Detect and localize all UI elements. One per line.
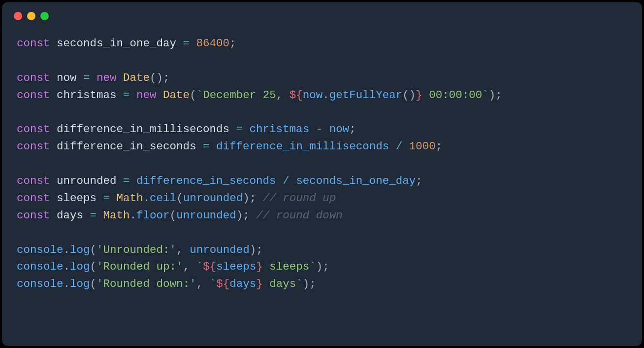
number-literal: 86400 [196,37,230,50]
comment: // round up [263,192,336,205]
window-titlebar [2,2,642,24]
code-window: const seconds_in_one_day = 86400; const … [2,2,642,346]
comment: // round down [256,209,343,222]
code-line: const difference_in_seconds = difference… [17,140,442,153]
minimize-icon[interactable] [27,12,35,20]
maximize-icon[interactable] [40,12,49,20]
code-line: console.log('Rounded down:', `${days} da… [17,278,316,290]
code-block: const seconds_in_one_day = 86400; const … [2,24,642,304]
code-line: const now = new Date(); [17,71,170,84]
class-name: Date [123,71,150,84]
code-line: const days = Math.floor(unrounded); // r… [17,209,343,222]
string-literal: December 25, [203,89,290,102]
code-line: const unrounded = difference_in_seconds … [17,174,422,187]
keyword: const [17,37,50,50]
code-line: console.log('Rounded up:', `${sleeps} sl… [17,260,329,273]
code-line: const seconds_in_one_day = 86400; [17,37,236,50]
code-line: const christmas = new Date(`December 25,… [17,89,502,102]
code-line: const sleeps = Math.ceil(unrounded); // … [17,192,336,205]
code-line: const difference_in_milliseconds = chris… [17,123,356,136]
code-line: console.log('Unrounded:', unrounded); [17,244,263,256]
close-icon[interactable] [14,12,22,20]
